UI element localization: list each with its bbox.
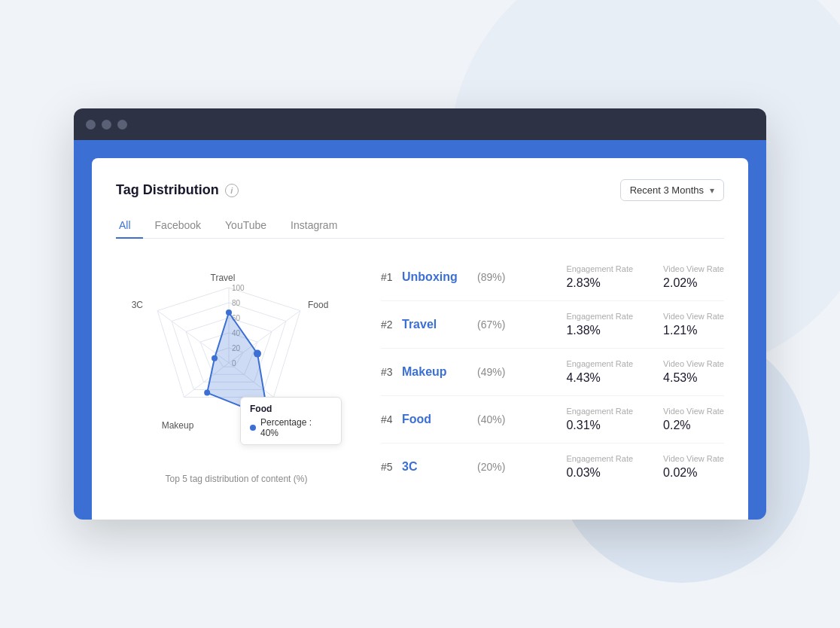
browser-titlebar: [74, 108, 766, 140]
rank-row: #4 Food (40%) Engagement Rate 0.31% Vide…: [381, 396, 724, 444]
tab-instagram[interactable]: Instagram: [278, 213, 349, 239]
rank-number: #4: [381, 413, 402, 425]
rank-stats: Engagement Rate 4.43% Video View Rate 4.…: [566, 359, 724, 385]
rank-pct: (20%): [477, 461, 505, 473]
rank-stats: Engagement Rate 1.38% Video View Rate 1.…: [566, 312, 724, 337]
svg-text:Food: Food: [308, 300, 328, 310]
tab-all[interactable]: All: [116, 213, 143, 239]
video-view-rate-label: Video View Rate: [663, 312, 724, 321]
radar-chart-svg: 100 80 60 40 20 0: [116, 254, 342, 457]
svg-text:80: 80: [232, 299, 241, 307]
rank-stats: Engagement Rate 0.03% Video View Rate 0.…: [566, 454, 724, 480]
rank-name[interactable]: Travel: [402, 318, 477, 331]
rank-pct: (49%): [477, 366, 505, 378]
rank-name[interactable]: Food: [402, 413, 477, 426]
engagement-rate-group: Engagement Rate 0.03%: [566, 454, 633, 480]
card-header: Tag Distribution i Recent 3 Months ▾: [116, 179, 724, 201]
engagement-rate-label: Engagement Rate: [566, 454, 633, 463]
svg-text:Travel: Travel: [211, 273, 236, 283]
engagement-rate-label: Engagement Rate: [566, 264, 633, 273]
svg-point-17: [226, 309, 232, 316]
rank-row: #5 3C (20%) Engagement Rate 0.03% Video …: [381, 444, 724, 490]
browser-content: Tag Distribution i Recent 3 Months ▾ All…: [74, 140, 766, 520]
engagement-rate-label: Engagement Rate: [566, 312, 633, 321]
dropdown-label: Recent 3 Months: [630, 184, 704, 196]
video-view-rate-group: Video View Rate 0.2%: [663, 407, 724, 432]
svg-point-18: [254, 349, 261, 357]
info-icon[interactable]: i: [225, 184, 239, 197]
rank-number: #3: [381, 366, 402, 378]
radar-caption: Top 5 tag distribution of content (%): [116, 474, 357, 484]
rank-pct: (40%): [477, 413, 505, 425]
rank-row: #2 Travel (67%) Engagement Rate 1.38% Vi…: [381, 301, 724, 349]
svg-text:Makeup: Makeup: [162, 420, 194, 431]
svg-text:3C: 3C: [132, 300, 144, 310]
svg-point-20: [204, 389, 210, 395]
engagement-rate-group: Engagement Rate 0.31%: [566, 407, 633, 432]
rank-pct: (67%): [477, 319, 505, 331]
video-view-rate-value: 4.53%: [663, 371, 724, 385]
rank-stats: Engagement Rate 0.31% Video View Rate 0.…: [566, 407, 724, 432]
browser-window: Tag Distribution i Recent 3 Months ▾ All…: [74, 108, 766, 520]
window-dot-green: [117, 120, 127, 130]
tab-facebook[interactable]: Facebook: [143, 213, 213, 239]
engagement-rate-value: 1.38%: [566, 324, 633, 337]
card-title: Tag Distribution: [116, 182, 219, 198]
rank-stats: Engagement Rate 2.83% Video View Rate 2.…: [566, 264, 724, 290]
engagement-rate-value: 4.43%: [566, 371, 633, 385]
svg-text:100: 100: [232, 284, 245, 292]
rank-number: #2: [381, 319, 402, 331]
content-area: 100 80 60 40 20 0: [116, 254, 724, 490]
svg-point-19: [265, 414, 271, 420]
svg-point-21: [212, 355, 218, 361]
chevron-down-icon: ▾: [710, 185, 714, 196]
card-title-row: Tag Distribution i: [116, 182, 239, 198]
video-view-rate-label: Video View Rate: [663, 407, 724, 416]
svg-text:Unboxing: Unboxing: [261, 420, 300, 431]
video-view-rate-label: Video View Rate: [663, 454, 724, 463]
window-dot-red: [86, 120, 96, 130]
rank-row: #3 Makeup (49%) Engagement Rate 4.43% Vi…: [381, 349, 724, 396]
rank-row: #1 Unboxing (89%) Engagement Rate 2.83% …: [381, 254, 724, 301]
video-view-rate-group: Video View Rate 1.21%: [663, 312, 724, 337]
engagement-rate-value: 0.31%: [566, 419, 633, 432]
video-view-rate-label: Video View Rate: [663, 359, 724, 368]
engagement-rate-value: 2.83%: [566, 276, 633, 290]
tab-youtube[interactable]: YouTube: [213, 213, 278, 239]
rank-pct: (89%): [477, 271, 505, 283]
video-view-rate-group: Video View Rate 4.53%: [663, 359, 724, 385]
video-view-rate-label: Video View Rate: [663, 264, 724, 273]
video-view-rate-value: 0.2%: [663, 419, 724, 432]
video-view-rate-value: 2.02%: [663, 276, 724, 290]
engagement-rate-label: Engagement Rate: [566, 359, 633, 368]
rank-number: #1: [381, 271, 402, 283]
main-card: Tag Distribution i Recent 3 Months ▾ All…: [92, 158, 748, 520]
rank-number: #5: [381, 461, 402, 473]
engagement-rate-group: Engagement Rate 2.83%: [566, 264, 633, 290]
rankings-section: #1 Unboxing (89%) Engagement Rate 2.83% …: [381, 254, 724, 490]
rank-name[interactable]: 3C: [402, 460, 477, 474]
engagement-rate-group: Engagement Rate 1.38%: [566, 312, 633, 337]
tabs-row: All Facebook YouTube Instagram: [116, 213, 724, 239]
radar-section: 100 80 60 40 20 0: [116, 254, 357, 490]
video-view-rate-value: 1.21%: [663, 324, 724, 337]
video-view-rate-value: 0.02%: [663, 466, 724, 480]
video-view-rate-group: Video View Rate 0.02%: [663, 454, 724, 480]
engagement-rate-label: Engagement Rate: [566, 407, 633, 416]
rank-name[interactable]: Makeup: [402, 365, 477, 379]
svg-marker-16: [207, 312, 268, 417]
engagement-rate-group: Engagement Rate 4.43%: [566, 359, 633, 385]
video-view-rate-group: Video View Rate 2.02%: [663, 264, 724, 290]
rank-name[interactable]: Unboxing: [402, 270, 477, 284]
date-range-dropdown[interactable]: Recent 3 Months ▾: [620, 179, 724, 201]
radar-chart-container: 100 80 60 40 20 0: [116, 254, 342, 465]
window-dot-yellow: [102, 120, 111, 130]
engagement-rate-value: 0.03%: [566, 466, 633, 480]
